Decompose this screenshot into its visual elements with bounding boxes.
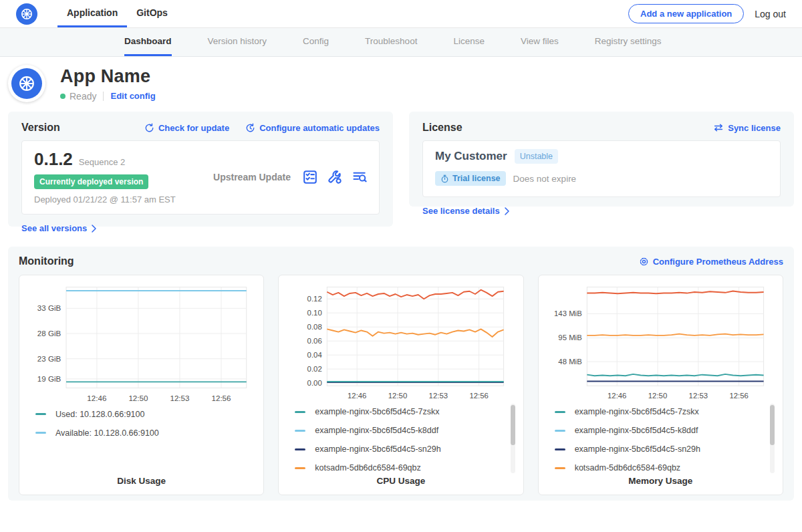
legend-item[interactable]: example-nginx-5bc6f5d4c5-7zskx — [295, 402, 515, 421]
app-header: App Name Ready Edit config — [0, 57, 802, 110]
check-for-update-link[interactable]: Check for update — [144, 123, 229, 133]
app-status-text: Ready — [70, 91, 96, 102]
kubernetes-logo-icon[interactable] — [16, 3, 37, 25]
legend-label: kotsadm-5db6dc6584-69qbz — [315, 463, 420, 473]
chevron-right-icon — [504, 207, 510, 215]
chevron-right-icon — [91, 225, 97, 233]
legend-scrollbar-thumb[interactable] — [770, 405, 775, 445]
y-axis-tick: 28 GiB — [37, 329, 61, 338]
y-axis-tick: 0.04 — [307, 351, 322, 359]
chart-title: CPU Usage — [287, 476, 515, 489]
y-axis-tick: 0.00 — [307, 379, 322, 387]
y-axis-tick: 0.10 — [307, 309, 322, 317]
configure-prometheus-link[interactable]: Configure Prometheus Address — [639, 257, 783, 267]
y-axis-tick: 48 MiB — [558, 358, 581, 366]
legend-item[interactable]: kotsadm-5db6dc6584-69qbz — [555, 458, 775, 477]
y-axis-tick: 95 MiB — [558, 334, 581, 342]
x-axis-tick: 12:50 — [388, 392, 407, 400]
chart-title: Memory Usage — [547, 476, 775, 489]
topbar-tabs: Application GitOps — [57, 0, 177, 27]
configure-automatic-updates-link[interactable]: Configure automatic updates — [245, 123, 380, 133]
tab-gitops[interactable]: GitOps — [127, 0, 177, 27]
legend-swatch — [295, 430, 305, 432]
legend-swatch — [35, 413, 46, 415]
legend-swatch — [555, 448, 565, 450]
legend-label: example-nginx-5bc6f5d4c5-k8ddf — [315, 426, 438, 435]
chart-title: Disk Usage — [27, 476, 255, 489]
legend-item[interactable]: Used: 10.128.0.66:9100 — [35, 405, 255, 424]
see-all-versions-link[interactable]: See all versions — [21, 223, 97, 233]
legend-swatch — [295, 467, 305, 469]
chart-plot[interactable]: 48 MiB95 MiB143 MiB12:4612:5012:5312:56 — [547, 281, 775, 401]
sync-license-link[interactable]: Sync license — [713, 123, 781, 133]
monitoring-title: Monitoring — [19, 255, 74, 267]
kubernetes-wheel-icon — [19, 7, 34, 21]
charts-row: 19 GiB23 GiB28 GiB33 GiB12:4612:5012:531… — [19, 275, 783, 495]
legend-swatch — [555, 467, 565, 469]
legend-label: kotsadm-5db6dc6584-69qbz — [575, 463, 680, 473]
tab-registry-settings[interactable]: Registry settings — [595, 28, 662, 56]
add-new-application-button[interactable]: Add a new application — [628, 4, 744, 23]
y-axis-tick: 143 MiB — [554, 309, 582, 317]
app-sub-nav: Dashboard Version history Config Trouble… — [0, 28, 802, 57]
y-axis-tick: 0.02 — [307, 365, 322, 373]
schedule-update-icon — [245, 123, 255, 133]
version-config-icon[interactable] — [327, 170, 342, 184]
legend-label: Available: 10.128.0.66:9100 — [55, 428, 159, 438]
legend-item[interactable]: example-nginx-5bc6f5d4c5-7zskx — [555, 402, 775, 421]
legend-label: Used: 10.128.0.66:9100 — [55, 410, 144, 419]
legend-scrollbar-thumb[interactable] — [511, 405, 515, 445]
summary-cards-row: Version Check for update Configure au — [0, 110, 802, 227]
version-sequence: Sequence 2 — [79, 157, 125, 167]
legend-item[interactable]: kotsadm-5db6dc6584-69qbz — [295, 458, 515, 477]
top-nav-bar: Application GitOps Add a new application… — [0, 0, 802, 28]
legend-item[interactable]: example-nginx-5bc6f5d4c5-k8ddf — [555, 421, 775, 440]
timer-icon — [440, 174, 449, 183]
tab-license[interactable]: License — [453, 28, 485, 56]
x-axis-tick: 12:50 — [648, 392, 666, 400]
legend-scrollbar[interactable] — [770, 404, 775, 473]
see-license-details-link[interactable]: See license details — [422, 206, 510, 216]
legend-item[interactable]: example-nginx-5bc6f5d4c5-k8ddf — [295, 421, 515, 440]
y-axis-tick: 19 GiB — [37, 374, 61, 383]
legend-label: example-nginx-5bc6f5d4c5-k8ddf — [575, 426, 698, 435]
preflight-checks-icon[interactable] — [303, 170, 317, 184]
x-axis-tick: 12:46 — [87, 394, 106, 402]
legend-scrollbar[interactable] — [511, 404, 515, 473]
disk-usage-chart-card: 19 GiB23 GiB28 GiB33 GiB12:4612:5012:531… — [19, 275, 264, 495]
x-axis-tick: 12:53 — [170, 394, 189, 402]
refresh-icon — [144, 123, 154, 133]
legend-item[interactable]: example-nginx-5bc6f5d4c5-sn29h — [555, 440, 775, 458]
chart-plot[interactable]: 19 GiB23 GiB28 GiB33 GiB12:4612:5012:531… — [27, 281, 255, 404]
tab-application[interactable]: Application — [57, 0, 127, 27]
legend-label: example-nginx-5bc6f5d4c5-7zskx — [315, 407, 439, 416]
y-axis-tick: 33 GiB — [37, 303, 61, 312]
view-deploy-logs-icon[interactable] — [352, 170, 367, 184]
legend-item[interactable]: Available: 10.128.0.66:9100 — [35, 424, 255, 442]
license-details-row: My Customer Unstable Trial license Does … — [422, 140, 781, 197]
tab-dashboard[interactable]: Dashboard — [124, 28, 172, 56]
cpu-usage-chart-card: 0.000.020.040.060.080.100.1212:4612:5012… — [278, 275, 523, 495]
monitoring-section: Monitoring Configure Prometheus Address … — [8, 247, 794, 501]
tab-version-history[interactable]: Version history — [208, 28, 267, 56]
legend-swatch — [295, 448, 305, 450]
legend-swatch — [295, 411, 305, 413]
y-axis-tick: 0.08 — [307, 323, 322, 331]
legend-swatch — [35, 432, 46, 434]
divider — [103, 92, 104, 101]
legend-label: example-nginx-5bc6f5d4c5-sn29h — [315, 444, 440, 454]
tab-config[interactable]: Config — [303, 28, 329, 56]
legend-item[interactable]: example-nginx-5bc6f5d4c5-sn29h — [295, 440, 515, 458]
license-expiry-text: Does not expire — [513, 174, 577, 184]
log-out-button[interactable]: Log out — [755, 9, 786, 19]
version-card-title: Version — [21, 122, 60, 134]
edit-config-link[interactable]: Edit config — [110, 91, 155, 101]
license-card: License Sync license My Customer Unstabl… — [409, 112, 794, 207]
tab-view-files[interactable]: View files — [521, 28, 559, 56]
version-number: 0.1.2 — [34, 149, 73, 170]
x-axis-tick: 12:56 — [729, 392, 748, 400]
ready-status-dot — [60, 94, 65, 99]
chart-plot[interactable]: 0.000.020.040.060.080.100.1212:4612:5012… — [287, 281, 515, 401]
trial-license-badge: Trial license — [435, 171, 506, 186]
tab-troubleshoot[interactable]: Troubleshoot — [365, 28, 417, 56]
